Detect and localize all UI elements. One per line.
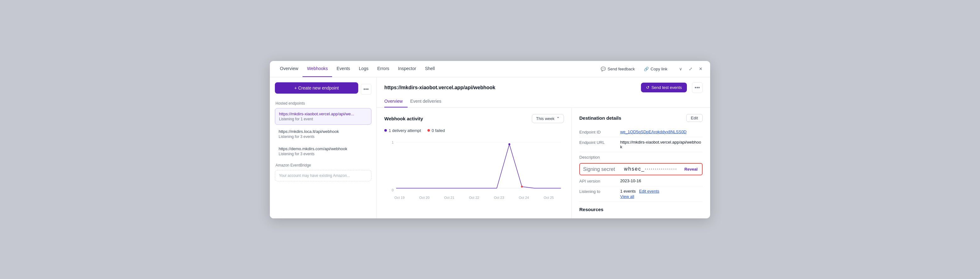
resources-title: Resources (579, 207, 703, 212)
tab-inspector[interactable]: Inspector (394, 61, 421, 77)
details-panel: Destination details Edit Endpoint ID we_… (572, 108, 710, 218)
send-test-icon: ↺ (646, 85, 649, 90)
svg-point-4 (509, 143, 511, 145)
chevron-icon: ⌃ (556, 116, 560, 121)
secret-value: whsec_················ (624, 166, 683, 172)
detail-row-endpoint-id: Endpoint ID we_1QD5qSDpEArqkddyx8NLSS0D (579, 127, 703, 137)
endpoint-url-active: https://mkdirs-xiaobot.vercel.app/api/we… (279, 111, 368, 116)
send-test-events-button[interactable]: ↺ Send test events (641, 82, 687, 92)
svg-text:1: 1 (392, 140, 394, 144)
detail-row-endpoint-url: Endpoint URL https://mkdirs-xiaobot.verc… (579, 137, 703, 152)
detail-label-listening: Listening to (579, 189, 620, 194)
create-endpoint-button[interactable]: + Create new endpoint (275, 82, 358, 94)
detail-value-listening: 1 events Edit events View all (620, 189, 703, 199)
legend-dot-failed (427, 129, 430, 132)
edit-events-link[interactable]: Edit events (639, 189, 659, 193)
detail-row-signing-secret: Signing secret whsec_················ Re… (579, 163, 703, 175)
tab-overview-content[interactable]: Overview (384, 95, 407, 108)
detail-label-api-version: API version (579, 178, 620, 184)
amazon-label: Amazon EventBridge (275, 163, 371, 168)
title-bar-actions: 💬 Send feedback 🔗 Copy link ∨ ⤢ ✕ (599, 65, 705, 73)
svg-text:0: 0 (392, 188, 394, 192)
nav-tabs: Overview Webhooks Events Logs Errors Ins… (275, 61, 599, 77)
expand-button[interactable]: ⤢ (687, 65, 694, 73)
tab-event-deliveries[interactable]: Event deliveries (410, 95, 446, 108)
reveal-button[interactable]: Reveal (683, 167, 699, 171)
content-endpoint-title: https://mkdirs-xiaobot.vercel.app/api/we… (384, 85, 636, 90)
details-header: Destination details Edit (579, 114, 703, 122)
x-label-2: Oct 21 (444, 196, 454, 200)
chevron-down-button[interactable]: ∨ (677, 65, 684, 73)
endpoint-meta-1: Listening for 3 events (278, 135, 368, 139)
resources-section: Resources (579, 207, 703, 212)
title-bar: Overview Webhooks Events Logs Errors Ins… (270, 61, 710, 77)
x-axis-labels: Oct 19 Oct 20 Oct 21 Oct 22 Oct 23 Oct 2… (384, 195, 564, 200)
chart-area: 1 0 (384, 138, 564, 195)
x-label-4: Oct 23 (494, 196, 504, 200)
activity-chart: 1 0 (384, 138, 564, 195)
tab-logs[interactable]: Logs (355, 61, 373, 77)
feedback-icon: 💬 (601, 67, 606, 71)
period-label: This week (536, 116, 554, 121)
endpoint-item-1[interactable]: https://mkdirs.loca.lt/api/webhook Liste… (275, 126, 371, 142)
window-controls: ∨ ⤢ ✕ (677, 65, 705, 73)
detail-value-endpoint-url: https://mkdirs-xiaobot.vercel.app/api/we… (620, 140, 703, 149)
copy-link-button[interactable]: 🔗 Copy link (642, 65, 669, 73)
endpoint-id-link[interactable]: we_1QD5qSDpEArqkddyx8NLSS0D (620, 130, 687, 134)
tab-errors[interactable]: Errors (373, 61, 393, 77)
x-label-6: Oct 25 (544, 196, 554, 200)
tab-webhooks[interactable]: Webhooks (302, 61, 332, 77)
main-window: Overview Webhooks Events Logs Errors Ins… (270, 61, 710, 218)
endpoint-meta-active: Listening for 1 event (279, 117, 368, 121)
close-button[interactable]: ✕ (697, 65, 705, 73)
detail-value-endpoint-id: we_1QD5qSDpEArqkddyx8NLSS0D (620, 130, 703, 134)
send-feedback-label: Send feedback (608, 67, 635, 71)
endpoint-url-2: https://demo.mkdirs.com/api/webhook (278, 146, 368, 151)
tab-overview[interactable]: Overview (275, 61, 302, 77)
endpoint-item-active[interactable]: https://mkdirs-xiaobot.vercel.app/api/we… (275, 108, 371, 125)
activity-header: Webhook activity This week ⌃ (384, 114, 564, 123)
activity-legend: 1 delivery attempt 0 failed (384, 128, 564, 133)
detail-label-endpoint-url: Endpoint URL (579, 140, 620, 145)
content-body: Webhook activity This week ⌃ 1 delivery … (377, 108, 710, 218)
detail-label-description: Description (579, 155, 620, 160)
sidebar-more-button[interactable]: ••• (361, 84, 371, 95)
detail-value-api-version: 2023-10-16 (620, 178, 703, 183)
details-title: Destination details (579, 115, 686, 120)
link-icon: 🔗 (644, 67, 649, 71)
amazon-placeholder: Your account may have existing Amazon... (275, 170, 371, 181)
sidebar-top: + Create new endpoint ••• (275, 82, 371, 96)
activity-title: Webhook activity (384, 116, 532, 121)
legend-dot-delivery (384, 129, 387, 132)
x-label-1: Oct 20 (419, 196, 429, 200)
legend-label-delivery: 1 delivery attempt (389, 128, 421, 133)
hosted-endpoints-label: Hosted endpoints (275, 101, 371, 106)
tab-events[interactable]: Events (332, 61, 355, 77)
send-feedback-button[interactable]: 💬 Send feedback (599, 65, 637, 73)
content-header: https://mkdirs-xiaobot.vercel.app/api/we… (377, 77, 710, 93)
copy-link-label: Copy link (651, 67, 667, 71)
edit-button[interactable]: Edit (686, 114, 703, 122)
detail-label-endpoint-id: Endpoint ID (579, 130, 620, 135)
period-selector[interactable]: This week ⌃ (532, 114, 564, 123)
endpoint-meta-2: Listening for 3 events (278, 152, 368, 156)
legend-item-delivery: 1 delivery attempt (384, 128, 421, 133)
tab-shell[interactable]: Shell (420, 61, 439, 77)
detail-row-api-version: API version 2023-10-16 (579, 176, 703, 186)
activity-panel: Webhook activity This week ⌃ 1 delivery … (377, 108, 572, 218)
x-label-5: Oct 24 (519, 196, 529, 200)
detail-label-signing: Signing secret (583, 166, 624, 172)
svg-point-5 (521, 186, 523, 187)
sidebar: + Create new endpoint ••• Hosted endpoin… (270, 77, 377, 218)
view-all-link[interactable]: View all (620, 194, 703, 199)
content-more-button[interactable]: ••• (692, 82, 703, 93)
send-test-label: Send test events (651, 85, 682, 90)
detail-row-listening: Listening to 1 events Edit events View a… (579, 186, 703, 202)
endpoint-url-1: https://mkdirs.loca.lt/api/webhook (278, 129, 368, 134)
endpoint-item-2[interactable]: https://demo.mkdirs.com/api/webhook List… (275, 143, 371, 159)
amazon-section: Amazon EventBridge Your account may have… (275, 163, 371, 181)
detail-row-description: Description (579, 152, 703, 162)
main-layout: + Create new endpoint ••• Hosted endpoin… (270, 77, 710, 218)
x-label-3: Oct 22 (469, 196, 479, 200)
legend-label-failed: 0 failed (432, 128, 445, 133)
